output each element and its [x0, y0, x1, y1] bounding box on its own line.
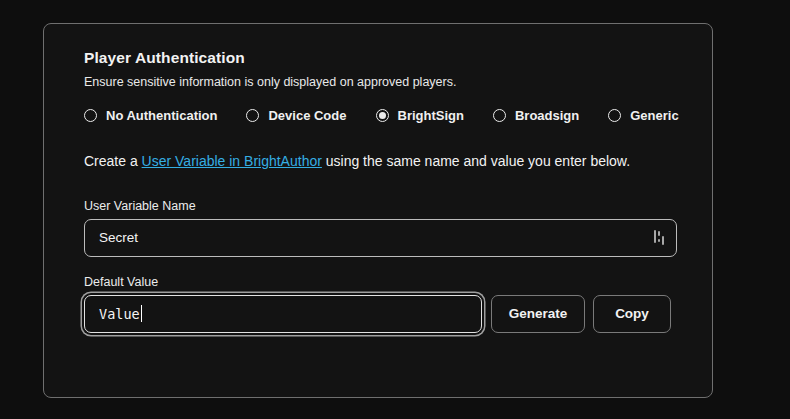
panel-title: Player Authentication	[84, 49, 676, 67]
radio-icon	[608, 109, 621, 122]
default-value-label: Default Value	[84, 275, 676, 289]
player-authentication-panel: Player Authentication Ensure sensitive i…	[43, 23, 713, 398]
radio-option-broadsign[interactable]: Broadsign	[493, 108, 579, 123]
authentication-radio-group: No Authentication Device Code BrightSign…	[84, 108, 676, 123]
radio-option-no-authentication[interactable]: No Authentication	[84, 108, 217, 123]
page-background: Player Authentication Ensure sensitive i…	[0, 0, 790, 419]
radio-option-label: BrightSign	[398, 108, 464, 123]
default-value-input[interactable]: Value	[84, 295, 482, 333]
radio-option-device-code[interactable]: Device Code	[246, 108, 346, 123]
radio-option-label: No Authentication	[106, 108, 217, 123]
panel-subtitle: Ensure sensitive information is only dis…	[84, 75, 676, 89]
radio-selected-icon	[376, 109, 389, 122]
default-value-text: Value	[99, 306, 140, 322]
user-variable-name-input[interactable]: Secret	[84, 219, 677, 257]
radio-icon	[246, 109, 259, 122]
instruction-text: Create a User Variable in BrightAuthor u…	[84, 152, 662, 172]
brightauthor-user-variable-link[interactable]: User Variable in BrightAuthor	[142, 153, 322, 169]
radio-icon	[84, 109, 97, 122]
radio-option-label: Generic	[630, 108, 678, 123]
copy-button[interactable]: Copy	[593, 295, 671, 333]
radio-icon	[493, 109, 506, 122]
instruction-prefix: Create a	[84, 153, 142, 169]
radio-option-label: Broadsign	[515, 108, 579, 123]
text-cursor	[141, 305, 143, 322]
default-value-row: Value Generate Copy	[84, 295, 676, 333]
user-variable-name-value: Secret	[99, 230, 138, 245]
generate-button[interactable]: Generate	[491, 295, 585, 333]
radio-option-brightsign[interactable]: BrightSign	[376, 108, 464, 123]
vertical-bars-icon	[654, 230, 664, 246]
radio-option-label: Device Code	[268, 108, 346, 123]
user-variable-name-label: User Variable Name	[84, 199, 676, 213]
radio-option-generic[interactable]: Generic	[608, 108, 678, 123]
instruction-suffix: using the same name and value you enter …	[322, 153, 630, 169]
